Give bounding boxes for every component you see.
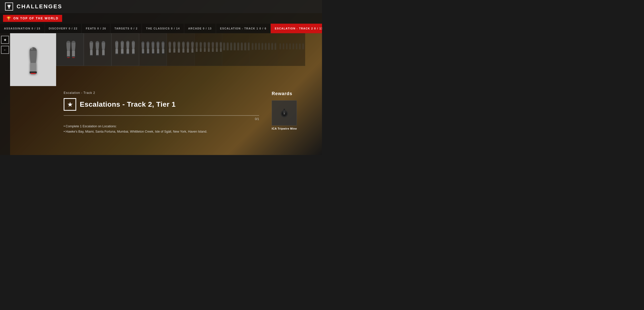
main-content: ★ ← [0, 33, 322, 155]
rewards-title: Rewards [272, 91, 317, 96]
challenge-item-9[interactable] [250, 33, 277, 66]
svg-rect-90 [244, 43, 246, 50]
back-button[interactable]: ← [1, 46, 9, 54]
svg-rect-88 [241, 43, 243, 50]
svg-rect-28 [121, 49, 124, 54]
challenge-category: Escalation - Track 2 [64, 91, 259, 95]
bullet-image-5 [140, 38, 166, 61]
tab-track2[interactable]: ESCALATION - TRACK 2 0 / 11 [271, 24, 322, 33]
challenge-title: Escalations - Track 2, Tier 1 [80, 100, 176, 108]
reward-name-1: ICA Tripwire Mine [272, 127, 297, 130]
svg-point-130 [284, 113, 285, 114]
challenge-item-4[interactable] [111, 33, 139, 66]
svg-rect-86 [237, 43, 239, 50]
bullet-image-6 [168, 38, 194, 61]
challenge-item-10[interactable] [277, 33, 305, 66]
svg-rect-100 [262, 44, 263, 50]
location-bar: 🏆 ON TOP OF THE WORLD [0, 13, 322, 24]
svg-rect-116 [289, 44, 291, 49]
svg-rect-38 [142, 53, 144, 54]
bullet-image-1 [26, 43, 41, 76]
svg-rect-96 [255, 44, 257, 50]
tab-arcade[interactable]: ARCADE 0 / 13 [184, 24, 216, 33]
svg-rect-54 [173, 49, 175, 53]
svg-rect-124 [302, 44, 304, 49]
back-arrow-icon: ← [3, 48, 7, 52]
challenge-item-7[interactable] [194, 33, 222, 66]
challenge-grid-row [10, 33, 322, 86]
svg-rect-14 [72, 57, 75, 58]
svg-rect-108 [275, 44, 276, 50]
left-sidebar: ★ ← [0, 33, 10, 155]
svg-rect-122 [299, 44, 301, 49]
svg-rect-106 [271, 44, 273, 50]
challenge-star-box: ★ [64, 98, 76, 111]
tab-discovery[interactable]: DISCOVERY 0 / 22 [45, 24, 82, 33]
challenge-divider [64, 115, 259, 116]
svg-rect-66 [200, 48, 202, 52]
svg-rect-92 [248, 43, 250, 50]
svg-rect-94 [252, 44, 254, 50]
rewards-panel: Rewards ICA Tripwire Mine [267, 86, 322, 155]
star-icon: ★ [4, 38, 7, 42]
spacer [10, 86, 56, 155]
svg-rect-49 [162, 49, 164, 54]
svg-rect-32 [126, 54, 129, 55]
bullet-image-8 [222, 38, 250, 61]
desc-line-2: Hawke's Bay, Miami, Santa Fortuna, Mumba… [64, 129, 259, 134]
challenge-item-6[interactable] [167, 33, 194, 66]
svg-rect-12 [72, 51, 75, 57]
bullet-image-3 [88, 38, 107, 61]
svg-rect-58 [182, 49, 184, 53]
challenge-progress: 0/1 [64, 117, 259, 121]
bullet-image-9 [251, 38, 276, 61]
svg-rect-68 [204, 48, 206, 52]
svg-rect-70 [208, 48, 210, 52]
svg-rect-5 [31, 73, 36, 74]
challenge-item-2[interactable] [56, 33, 84, 66]
location-label: ON TOP OF THE WORLD [13, 17, 59, 20]
svg-rect-46 [157, 49, 159, 54]
svg-rect-104 [268, 44, 270, 50]
svg-rect-118 [293, 44, 294, 49]
challenge-item-5[interactable] [139, 33, 167, 66]
tab-targets[interactable]: TARGETS 0 / 2 [110, 24, 142, 33]
challenge-description: Complete 1 Escalation on Locations: Hawk… [64, 124, 259, 135]
svg-rect-31 [127, 49, 129, 54]
svg-rect-37 [142, 49, 144, 54]
challenge-name-row: ★ Escalations - Track 2, Tier 1 [64, 98, 259, 111]
svg-rect-64 [196, 48, 198, 52]
svg-rect-34 [132, 49, 135, 54]
tab-assassination[interactable]: ASSASSINATION 0 / 15 [0, 24, 45, 33]
svg-rect-25 [115, 49, 118, 54]
challenge-item-selected[interactable] [10, 33, 56, 86]
tab-feats[interactable]: FEATS 0 / 26 [82, 24, 110, 33]
svg-rect-80 [227, 43, 229, 50]
svg-rect-41 [147, 53, 149, 54]
tabs-bar: ASSASSINATION 0 / 15 DISCOVERY 0 / 22 FE… [0, 24, 322, 33]
svg-rect-10 [67, 57, 70, 58]
reward-image-1 [272, 100, 297, 126]
challenge-item-3[interactable] [84, 33, 111, 66]
location-button[interactable]: 🏆 ON TOP OF THE WORLD [3, 15, 62, 22]
tab-track1[interactable]: ESCALATION - TRACK 1 0 / 6 [216, 24, 271, 33]
svg-rect-82 [230, 43, 232, 50]
challenge-item-8[interactable] [222, 33, 250, 66]
svg-rect-22 [102, 50, 105, 56]
bullet-image-4 [114, 38, 137, 61]
svg-rect-3 [30, 63, 36, 72]
svg-rect-120 [296, 44, 297, 49]
svg-rect-76 [220, 48, 222, 52]
favorite-button[interactable]: ★ [1, 36, 9, 44]
svg-rect-17 [90, 55, 93, 56]
svg-rect-98 [258, 44, 260, 50]
svg-rect-50 [162, 53, 164, 54]
reward-item-1: ICA Tripwire Mine [272, 100, 317, 130]
tab-classics[interactable]: THE CLASSICS 0 / 14 [142, 24, 184, 33]
svg-rect-84 [234, 43, 236, 50]
svg-rect-52 [169, 49, 171, 53]
svg-rect-74 [216, 48, 218, 52]
svg-rect-114 [286, 44, 288, 49]
page-title: CHALLENGES [17, 3, 62, 10]
svg-rect-35 [132, 54, 135, 55]
